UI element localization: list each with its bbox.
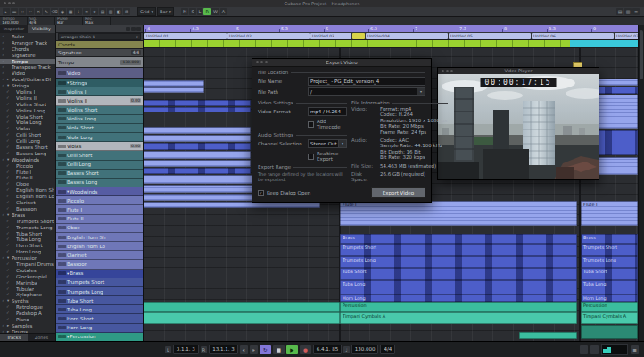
track-row-violas[interactable]: Violas0.00 <box>56 142 143 151</box>
visibility-item-tuba-long[interactable]: ✓Tuba Long <box>0 237 55 243</box>
track-row-strings[interactable]: ▾Strings <box>56 79 143 87</box>
clip-28[interactable] <box>144 302 340 312</box>
midi-activity-button[interactable] <box>590 345 599 354</box>
solo-button[interactable] <box>62 126 66 129</box>
signature-display[interactable]: 4/4 <box>380 345 395 354</box>
maximize-window-icon[interactable] <box>12 2 15 4</box>
visibility-item-samples[interactable]: ✓▸Samples <box>0 323 55 329</box>
tool-icon-9[interactable]: ♩ <box>75 8 82 15</box>
folder-open-icon[interactable]: ▾ <box>67 335 69 339</box>
arranger-event-4[interactable] <box>352 33 365 39</box>
cycle-button[interactable]: ↻ <box>260 345 271 354</box>
solo-button[interactable] <box>62 154 66 157</box>
clip-7[interactable] <box>144 151 251 159</box>
close-window-icon[interactable] <box>4 2 6 4</box>
visibility-item-english-horn-lo[interactable]: ✓English Horn Lo <box>0 194 55 200</box>
track-row-oboe[interactable]: Oboe <box>56 224 143 233</box>
visibility-item-celli-short[interactable]: ✓Celli Short <box>0 132 55 138</box>
vertical-scrollbar-handle[interactable] <box>640 30 643 79</box>
clip-31[interactable] <box>144 312 340 324</box>
clip-tuba-long[interactable]: Tuba Long <box>340 280 577 295</box>
mute-button[interactable] <box>58 162 62 166</box>
solo-button[interactable] <box>62 217 66 220</box>
add-timecode-checkbox[interactable]: Add Timecode <box>308 119 347 129</box>
clip-tuba-long[interactable]: Tuba Long <box>581 280 638 295</box>
mute-button[interactable] <box>58 199 62 203</box>
clip-1[interactable] <box>144 87 204 93</box>
solo-button[interactable] <box>62 171 66 175</box>
play-button[interactable]: ▶ <box>286 345 298 354</box>
mute-button[interactable] <box>58 99 62 103</box>
solo-button[interactable] <box>62 190 66 194</box>
window-controls[interactable] <box>4 2 15 4</box>
track-row-bassoon[interactable]: Bassoon <box>56 260 143 269</box>
metronome-icon[interactable]: ♩ <box>343 346 349 353</box>
arranger-event-1[interactable]: Untitled 01 <box>144 33 227 39</box>
tab-visibility[interactable]: Visibility <box>28 25 55 33</box>
visibility-item-glockenspiel[interactable]: ✓Glockenspiel <box>0 274 55 280</box>
track-row-trumpets-short[interactable]: Trumpets Short <box>56 278 143 287</box>
file-path-dropdown-icon[interactable]: ▾ <box>417 87 425 96</box>
tool-icon-1[interactable]: ▭ <box>11 8 18 15</box>
clip-6[interactable] <box>144 143 251 150</box>
tool-icon-6[interactable]: ⌫ <box>51 8 58 15</box>
window-layout-icon-2[interactable]: ≡ <box>632 8 640 15</box>
solo-button[interactable] <box>62 308 66 311</box>
solo-button[interactable] <box>62 99 66 103</box>
visibility-item-woodwinds[interactable]: ✓▾Woodwinds <box>0 157 55 163</box>
clip-horn-long[interactable]: Horn Long <box>340 295 577 302</box>
channel-selection-dropdown-icon[interactable]: ▾ <box>339 139 347 148</box>
left-locator-chip[interactable]: L <box>165 346 171 353</box>
chord-track-lane[interactable] <box>144 40 639 48</box>
tool-icon-7[interactable]: ◉ <box>59 8 66 15</box>
clip-35[interactable] <box>581 325 638 339</box>
mute-button[interactable] <box>58 217 62 220</box>
visibility-item-celli-long[interactable]: ✓Celli Long <box>0 138 55 145</box>
clip-5[interactable] <box>144 135 251 142</box>
visibility-item-percussion[interactable]: ✓▾Percussion <box>0 255 55 262</box>
forward-button[interactable]: » <box>250 345 258 354</box>
mute-button[interactable] <box>58 262 62 266</box>
solo-button[interactable] <box>62 290 66 294</box>
clip-trumpets-short[interactable]: Trumpets Short <box>581 244 638 256</box>
solo-button[interactable] <box>62 299 66 303</box>
clip-13[interactable] <box>144 202 320 208</box>
mute-button[interactable] <box>58 108 62 112</box>
track-row-flute-i[interactable]: Flute I <box>56 205 143 214</box>
visibility-item-tuba-short[interactable]: ✓Tuba Short <box>0 231 55 237</box>
mute-button[interactable] <box>58 253 62 257</box>
track-row-tuba-long[interactable]: Tuba Long <box>56 305 143 314</box>
visibility-item-timpani-drums[interactable]: ✓Timpani Drums <box>0 262 55 268</box>
tool-icon-2[interactable]: ↔ <box>19 8 26 15</box>
toolbar-chip-l[interactable]: L <box>197 8 203 15</box>
visibility-item-english-horn-sh[interactable]: ✓English Horn Sh <box>0 187 55 194</box>
window-layout-icon-0[interactable]: ▤ <box>616 8 623 15</box>
track-row-horn-long[interactable]: Horn Long <box>56 324 143 333</box>
visibility-item-tempo[interactable]: ✓Tempo <box>0 59 55 65</box>
toolbar-chip-m[interactable]: M <box>181 8 188 15</box>
mute-button[interactable] <box>58 145 62 148</box>
visibility-item-viola-long[interactable]: ✓Viola Long <box>0 120 55 126</box>
mute-button[interactable] <box>58 317 62 320</box>
track-row-horn-short[interactable]: Horn Short <box>56 314 143 323</box>
visibility-item-violins-ii[interactable]: ✓Violins II <box>0 95 55 102</box>
visibility-item-strings[interactable]: ✓▾Strings <box>0 83 55 89</box>
track-row-clarinet[interactable]: Clarinet <box>56 251 143 260</box>
mute-button[interactable] <box>58 81 62 85</box>
track-row-trumpets-long[interactable]: Trumpets Long <box>56 287 143 296</box>
solo-button[interactable] <box>62 136 66 139</box>
track-row-english-horn-lo[interactable]: English Horn Lo <box>56 242 143 251</box>
visibility-item-flute-ii[interactable]: ✓Flute II <box>0 175 55 181</box>
minimize-window-icon[interactable] <box>8 2 11 4</box>
track-row-violins-i[interactable]: Violins I <box>56 87 143 96</box>
clip-3[interactable] <box>144 107 251 112</box>
solo-button[interactable] <box>62 317 66 320</box>
audio-activity-button[interactable] <box>580 345 588 354</box>
left-locator-value[interactable]: 3.1.1. 3 <box>173 345 199 354</box>
clip-brass[interactable]: Brass <box>340 234 577 244</box>
clip-2[interactable] <box>144 100 251 106</box>
tool-icon-4[interactable]: ✕ <box>35 8 42 15</box>
visibility-item-oboe[interactable]: ✓Oboe <box>0 181 55 187</box>
visibility-item-transpose-track[interactable]: ✓Transpose Track <box>0 64 55 71</box>
arranger-event-2[interactable]: Untitled 02 <box>227 33 310 39</box>
